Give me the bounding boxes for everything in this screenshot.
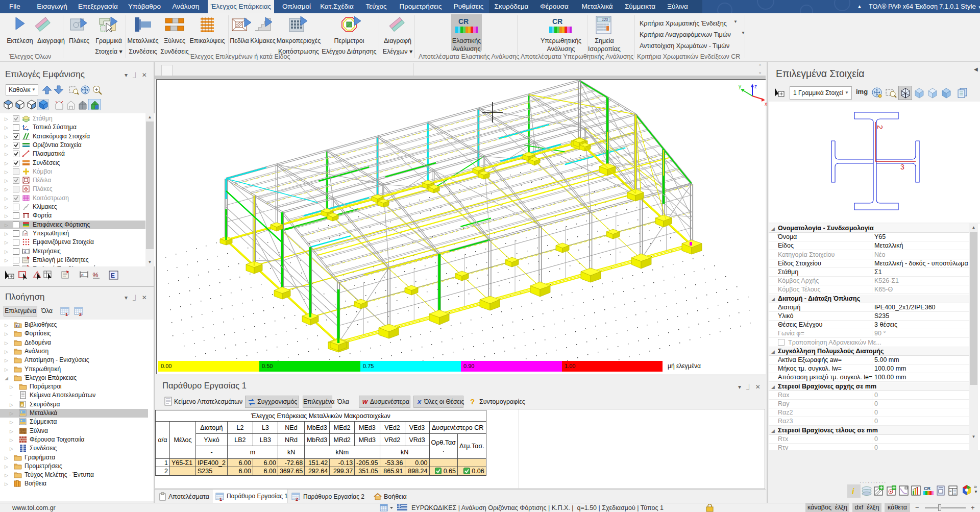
svg-text:3: 3 bbox=[900, 163, 904, 171]
svg-text:z: z bbox=[754, 84, 757, 89]
svg-text:1: 1 bbox=[65, 312, 68, 316]
svg-text:B: B bbox=[16, 324, 19, 328]
svg-text:2: 2 bbox=[876, 125, 884, 129]
svg-text:2: 2 bbox=[296, 497, 298, 501]
svg-text:CR: CR bbox=[924, 486, 930, 491]
svg-text:E: E bbox=[111, 272, 115, 279]
svg-text:?: ? bbox=[470, 397, 475, 406]
svg-text:y: y bbox=[739, 84, 741, 89]
svg-text:1: 1 bbox=[219, 497, 222, 501]
svg-text:d: d bbox=[81, 273, 83, 277]
svg-text:i: i bbox=[852, 487, 854, 496]
svg-text:2: 2 bbox=[79, 312, 82, 316]
svg-text:123: 123 bbox=[602, 18, 608, 21]
svg-text:d: d bbox=[24, 250, 26, 253]
svg-text:%: % bbox=[92, 271, 99, 279]
svg-text:B: B bbox=[21, 403, 23, 406]
svg-text:w: w bbox=[949, 490, 952, 493]
